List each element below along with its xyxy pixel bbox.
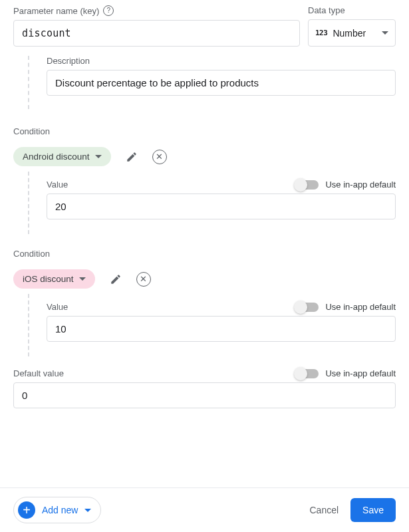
condition-chip-label: iOS discount [23,274,74,284]
use-in-app-default-label: Use in-app default [325,302,396,312]
use-in-app-default-label: Use in-app default [325,180,396,190]
data-type-select[interactable]: 123 Number [308,19,396,47]
use-in-app-default-toggle[interactable] [296,180,319,190]
use-in-app-default-toggle[interactable] [296,303,319,312]
param-name-label: Parameter name (key) ? [13,5,300,16]
use-in-app-default-toggle[interactable] [296,369,319,378]
description-label: Description [47,56,396,66]
use-in-app-default-label: Use in-app default [325,368,396,378]
condition-label: Condition [13,126,396,136]
edit-icon[interactable] [107,271,124,288]
add-new-button[interactable]: + Add new [13,497,101,523]
edit-icon[interactable] [123,148,140,166]
chevron-down-icon [84,509,91,512]
condition-chip[interactable]: iOS discount [13,269,95,289]
value-label: Value [47,180,68,190]
plus-icon: + [18,501,35,519]
description-input[interactable] [47,70,396,96]
condition-chip-label: Android discount [23,152,90,162]
condition-label: Condition [13,249,396,259]
data-type-label: Data type [308,5,396,15]
value-label: Value [47,302,68,312]
help-icon[interactable]: ? [103,5,114,16]
chevron-down-icon [382,31,388,35]
param-name-input[interactable] [13,20,300,47]
chevron-down-icon [95,155,102,158]
cancel-button[interactable]: Cancel [309,505,339,515]
number-icon: 123 [315,29,327,37]
default-value-label: Default value [13,368,64,378]
condition-value-input[interactable] [47,194,396,219]
remove-icon[interactable]: ✕ [152,150,167,164]
chevron-down-icon [79,277,86,281]
remove-icon[interactable]: ✕ [136,272,151,287]
footer-bar: + Add new Cancel Save [0,487,409,532]
default-value-input[interactable] [13,382,396,408]
add-new-label: Add new [42,505,78,515]
condition-chip[interactable]: Android discount [13,147,111,166]
condition-value-input[interactable] [47,316,396,342]
data-type-value: Number [333,28,366,39]
save-button[interactable]: Save [350,498,396,522]
